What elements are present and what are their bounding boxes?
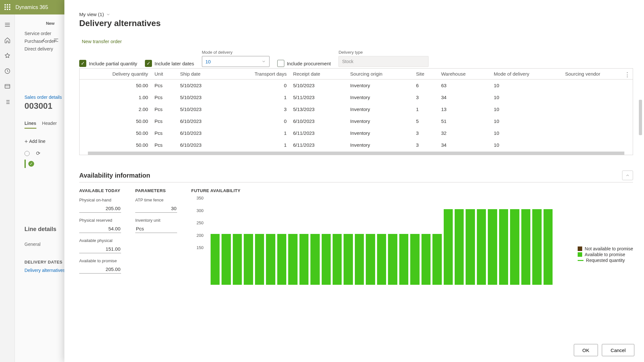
cell: 10 — [491, 139, 562, 151]
chevron-up-icon — [625, 173, 630, 178]
view-selector[interactable]: My view (1) — [79, 12, 110, 17]
cell: 6 — [413, 79, 438, 92]
physical-reserved-value: 54.00 — [79, 225, 121, 233]
alternatives-table: ⋮ Delivery quantityUnitShip dateTranspor… — [79, 68, 633, 155]
include-later-checkbox[interactable]: ✓ Include later dates — [145, 60, 194, 67]
include-later-label: Include later dates — [155, 61, 194, 66]
table-more-icon[interactable]: ⋮ — [624, 71, 630, 78]
table-row[interactable]: 50.00Pcs5/10/202305/10/2023Inventory6631… — [80, 79, 633, 92]
col-header[interactable]: Sourcing origin — [347, 69, 413, 79]
cell — [562, 127, 633, 139]
tab-header[interactable]: Header — [42, 121, 57, 129]
atp-fence-value: 30 — [135, 204, 177, 213]
tab-lines[interactable]: Lines — [24, 121, 36, 129]
chart-bar — [410, 234, 419, 285]
list-icon[interactable] — [4, 99, 11, 105]
col-header[interactable]: Unit — [151, 69, 177, 79]
cell: Inventory — [347, 115, 413, 127]
y-tick: 250 — [196, 220, 204, 225]
chart-bar — [366, 234, 375, 285]
cell: Inventory — [347, 127, 413, 139]
chart-bar — [222, 234, 231, 285]
collapse-button[interactable] — [622, 171, 633, 180]
app-launcher-icon[interactable] — [5, 4, 11, 11]
table-row[interactable]: 2.00Pcs5/10/202335/13/2023Inventory11310 — [80, 103, 633, 115]
delivery-type-field: Stock — [338, 56, 429, 67]
cell: 5/13/2023 — [290, 103, 347, 115]
mode-of-delivery-select[interactable]: 10 — [202, 56, 270, 67]
checkbox-empty-icon — [277, 60, 284, 67]
chart-bar — [532, 209, 541, 285]
horizontal-scrollbar[interactable] — [88, 152, 624, 155]
col-header[interactable]: Warehouse — [438, 69, 491, 79]
col-header[interactable]: Transport days — [224, 69, 290, 79]
recent-icon[interactable] — [4, 68, 11, 74]
chart-bar — [377, 234, 386, 285]
table-row[interactable]: 1.00Pcs5/10/202315/11/2023Inventory33410 — [80, 91, 633, 103]
legend-item: Requested quantity — [578, 258, 633, 263]
cell: 1 — [224, 127, 290, 139]
physical-on-hand-value: 205.00 — [79, 204, 121, 213]
row-select-circle[interactable] — [24, 151, 30, 156]
cell: Pcs — [151, 103, 177, 115]
include-procurement-checkbox[interactable]: Include procurement — [277, 60, 331, 67]
cell: 6/10/2023 — [177, 139, 224, 151]
cell — [562, 103, 633, 115]
ok-button[interactable]: OK — [574, 344, 598, 356]
workspace-icon[interactable] — [4, 83, 11, 90]
include-procurement-label: Include procurement — [287, 61, 331, 66]
chart-bar — [477, 209, 486, 285]
chart-bar — [521, 209, 530, 285]
cell: 6/10/2023 — [177, 115, 224, 127]
hamburger-icon[interactable] — [4, 22, 11, 28]
y-tick: 200 — [196, 233, 204, 237]
col-header[interactable]: Ship date — [177, 69, 224, 79]
cell: 5/10/2023 — [177, 103, 224, 115]
table-row[interactable]: 50.00Pcs6/10/202306/10/2023Inventory5511… — [80, 115, 633, 127]
atp-fence-label: ATP time fence — [135, 198, 177, 202]
availability-heading: Availability information — [79, 172, 150, 179]
vertical-scrollbar[interactable] — [639, 100, 642, 135]
col-header[interactable]: Delivery quantity — [80, 69, 151, 79]
y-tick: 150 — [196, 245, 204, 250]
chart-bar — [299, 234, 308, 285]
legend-label: Available to promise — [585, 252, 625, 257]
home-icon[interactable] — [4, 37, 11, 43]
atp-value: 205.00 — [79, 265, 121, 274]
include-partial-checkbox[interactable]: ✓ Include partial quantity — [79, 60, 137, 67]
y-tick: 300 — [196, 208, 204, 213]
cell: 63 — [438, 79, 491, 92]
chart-bar — [488, 209, 497, 285]
cell: Inventory — [347, 139, 413, 151]
new-transfer-order-link[interactable]: New transfer order — [82, 39, 122, 44]
cell: 3 — [413, 127, 438, 139]
chart-bar — [211, 234, 220, 285]
chart-bar — [288, 234, 297, 285]
table-row[interactable]: 50.00Pcs6/10/202316/11/2023Inventory3341… — [80, 139, 633, 151]
cell: 6/11/2023 — [290, 139, 347, 151]
legend-label: Requested quantity — [586, 258, 625, 263]
parameters-heading: PARAMETERS — [135, 188, 177, 193]
refresh-icon[interactable]: ⟳ — [36, 150, 40, 156]
col-header[interactable]: Receipt date — [290, 69, 347, 79]
star-icon[interactable] — [4, 52, 11, 59]
chart-legend: Not available to promiseAvailable to pro… — [578, 246, 633, 264]
future-availability-chart: FUTURE AVAILABILITY 150200250300350 Not … — [191, 188, 633, 285]
cell: 10 — [491, 103, 562, 115]
cell: 5/10/2023 — [177, 79, 224, 92]
checkmark-icon: ✓ — [145, 60, 152, 67]
cell: 2.00 — [80, 103, 151, 115]
cancel-button[interactable]: Cancel — [602, 344, 634, 356]
chart-bar — [310, 234, 319, 285]
chart-bar — [388, 234, 397, 285]
chart-bar — [499, 209, 508, 285]
col-header[interactable]: Mode of delivery — [491, 69, 562, 79]
col-header[interactable]: Site — [413, 69, 438, 79]
row-check-icon[interactable]: ✓ — [28, 161, 34, 167]
cell: Inventory — [347, 103, 413, 115]
table-row[interactable]: 50.00Pcs6/10/202316/11/2023Inventory3321… — [80, 127, 633, 139]
cell: 50.00 — [80, 127, 151, 139]
col-header[interactable]: Sourcing vendor — [562, 69, 633, 79]
chart-bar — [544, 209, 553, 285]
chart-bar — [432, 234, 441, 285]
